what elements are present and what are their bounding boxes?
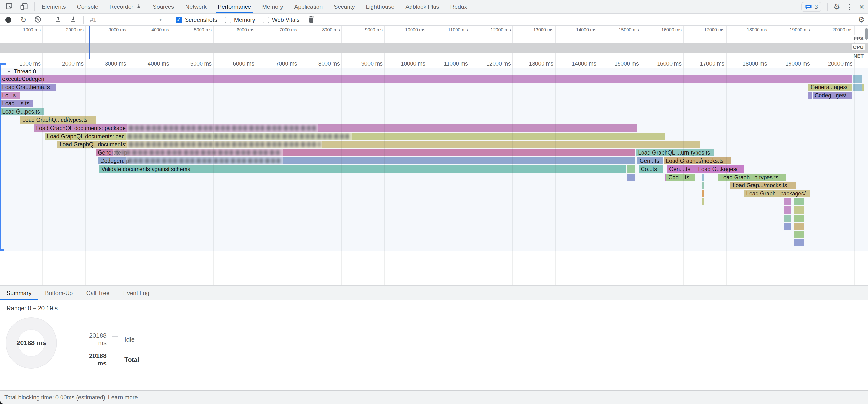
flame-bar[interactable] xyxy=(784,215,791,222)
flame-bar[interactable] xyxy=(794,198,804,206)
flame-bar[interactable] xyxy=(794,239,804,246)
delete-recording-icon[interactable] xyxy=(308,15,315,24)
flame-bar-load-g-pes-ts[interactable]: Load G...pes.ts xyxy=(0,108,44,115)
tab-elements[interactable]: Elements xyxy=(42,0,66,13)
flame-bar[interactable] xyxy=(702,182,704,189)
tab-network[interactable]: Network xyxy=(185,0,207,13)
overview-tick-label: 11000 ms xyxy=(420,27,468,32)
flame-bar-load-graph-packages[interactable]: Load Graph...packages/ xyxy=(744,190,810,197)
device-toolbar-icon[interactable] xyxy=(20,2,28,11)
flame-bar[interactable] xyxy=(784,198,791,206)
flame-bar[interactable] xyxy=(808,92,812,99)
checkbox-screenshots[interactable]: ✓Screenshots xyxy=(176,17,217,23)
tab-memory[interactable]: Memory xyxy=(262,0,283,13)
learn-more-link[interactable]: Learn more xyxy=(108,394,138,401)
checkbox-unchecked-icon[interactable] xyxy=(263,17,269,23)
tab-application[interactable]: Application xyxy=(294,0,322,13)
flame-bar-load-graph-n-types-ts[interactable]: Load Graph...n-types.ts xyxy=(718,174,786,181)
checkbox-label: Memory xyxy=(234,17,255,23)
flame-bar[interactable] xyxy=(784,206,791,214)
flame-bar-generate-p[interactable]: Generate: p xyxy=(96,149,634,156)
checkbox-unchecked-icon[interactable] xyxy=(225,17,231,23)
performance-toolbar: ↻ #1 ▼ ✓ScreenshotsMemoryWeb Vitals xyxy=(0,14,868,26)
tab-lighthouse[interactable]: Lighthouse xyxy=(366,0,394,13)
redacted-text-blur xyxy=(126,157,283,164)
flame-bar-load-g-kages[interactable]: Load G...kages/ xyxy=(696,165,744,173)
flame-bar-load-gra-hema-ts[interactable]: Load Gra...hema.ts xyxy=(0,84,56,91)
more-options-icon[interactable]: ⋮ xyxy=(846,3,853,11)
thread-track-header[interactable]: ▼ Thread 0 xyxy=(7,68,36,75)
selection-bracket-top-cap xyxy=(0,63,6,65)
flame-bar-load-graphq-ed-types-ts[interactable]: Load GraphQ...ed/types.ts xyxy=(20,116,96,124)
collapse-triangle-icon[interactable]: ▼ xyxy=(7,69,11,74)
tab-security[interactable]: Security xyxy=(334,0,355,13)
details-tab-summary[interactable]: Summary xyxy=(0,286,38,300)
flame-bar-load-graphql-documents-package[interactable]: Load GraphQL documents: package xyxy=(34,124,637,132)
close-devtools-icon[interactable]: × xyxy=(859,3,864,11)
flame-bar-gen-ts[interactable]: Gen...ts xyxy=(638,157,663,164)
flame-bar-load-graphql-documents[interactable]: Load GraphQL documents: xyxy=(57,141,701,148)
overview-tick-label: 18000 ms xyxy=(719,27,767,32)
flame-bar-codeg-ges[interactable]: Codeg...ges/ xyxy=(812,92,852,99)
timeline-overview[interactable]: 1000 ms2000 ms3000 ms4000 ms5000 ms6000 … xyxy=(0,26,868,59)
inspect-element-icon[interactable] xyxy=(5,2,13,11)
record-button[interactable] xyxy=(5,17,11,23)
flame-bar-codegen-p[interactable]: Codegen: p xyxy=(98,157,635,164)
load-profile-icon[interactable] xyxy=(55,16,62,24)
flame-bar-load-grap-mocks-ts[interactable]: Load Grap.../mocks.ts xyxy=(731,182,796,189)
flame-bar-gen-ts[interactable]: Gen....ts xyxy=(667,165,695,173)
flame-bar-label: Load GraphQL documents: package xyxy=(36,125,126,131)
tab-sources[interactable]: Sources xyxy=(153,0,174,13)
flame-bar[interactable] xyxy=(853,84,862,91)
flame-bar-load-s-ts[interactable]: Load ...s.ts xyxy=(0,100,33,107)
flame-bar-cod-ts[interactable]: Cod....ts xyxy=(666,174,695,181)
checkbox-checked-icon[interactable]: ✓ xyxy=(176,17,182,23)
overview-tick-label: 3000 ms xyxy=(78,27,126,32)
overview-scrollbar-thumb[interactable] xyxy=(865,28,868,40)
flame-bar[interactable] xyxy=(784,223,791,230)
details-tab-bottom-up[interactable]: Bottom-Up xyxy=(38,286,80,300)
checkbox-memory[interactable]: Memory xyxy=(225,17,255,23)
checkbox-web-vitals[interactable]: Web Vitals xyxy=(263,17,300,23)
tab-recorder[interactable]: Recorder xyxy=(110,0,142,13)
flame-bar[interactable] xyxy=(794,223,804,230)
flame-bar-executecodegen[interactable]: executeCodegen xyxy=(0,75,852,83)
flame-bar[interactable] xyxy=(794,231,804,238)
clear-icon[interactable] xyxy=(34,16,41,24)
flame-bar[interactable] xyxy=(862,84,864,91)
total-blocking-time-text: Total blocking time: 0.00ms (estimated) xyxy=(4,394,105,401)
details-tab-event-log[interactable]: Event Log xyxy=(116,286,156,300)
flame-bar-co-ts[interactable]: Co...ts xyxy=(639,165,663,173)
flame-bar-load-graphql-urn-types-ts[interactable]: Load GraphQL ...urn-types.ts xyxy=(636,149,714,156)
flame-bar[interactable] xyxy=(702,198,704,206)
flame-bar[interactable] xyxy=(627,165,635,173)
history-select[interactable]: #1 ▼ xyxy=(90,17,162,23)
flame-bar-load-graphql-documents-pac[interactable]: Load GraphQL documents: pac xyxy=(45,133,665,140)
tab-adblock-plus[interactable]: Adblock Plus xyxy=(406,0,439,13)
flame-bar-genera-ages[interactable]: Genera...ages/ xyxy=(808,84,852,91)
settings-gear-icon[interactable]: ⚙ xyxy=(833,3,840,11)
thread-track-label: Thread 0 xyxy=(14,68,36,75)
flame-bar-label: Load ...s.ts xyxy=(2,100,30,106)
flamechart-pane[interactable]: ▼ Thread 0 executeCodegenLoad Gra...hema… xyxy=(0,68,868,285)
flame-bar[interactable] xyxy=(702,174,704,181)
details-tab-call-tree[interactable]: Call Tree xyxy=(80,286,116,300)
flame-bar[interactable] xyxy=(794,206,804,214)
tab-redux[interactable]: Redux xyxy=(450,0,467,13)
flame-bar[interactable] xyxy=(794,215,804,222)
flame-bar[interactable] xyxy=(702,190,704,197)
flame-bar[interactable] xyxy=(853,75,862,83)
tab-performance[interactable]: Performance xyxy=(218,0,251,13)
flame-bar[interactable] xyxy=(627,174,635,181)
tab-console[interactable]: Console xyxy=(77,0,98,13)
flame-bar-load-graph-mocks-ts[interactable]: Load Graph.../mocks.ts xyxy=(664,157,731,164)
issues-badge[interactable]: 3 xyxy=(801,2,821,12)
save-profile-icon[interactable] xyxy=(69,16,77,24)
capture-settings-gear-icon[interactable]: ⚙ xyxy=(858,16,865,24)
flame-bar-label: Load Graph.../mocks.ts xyxy=(666,158,724,164)
reload-and-record-icon[interactable]: ↻ xyxy=(20,16,26,24)
flame-bar-validate-documents-against-schema[interactable]: Validate documents against schema xyxy=(99,165,626,173)
flame-bar-lo-s[interactable]: Lo...s xyxy=(0,92,20,99)
selection-bracket-bottom-cap xyxy=(0,249,4,251)
toolbar-separator xyxy=(83,15,84,24)
